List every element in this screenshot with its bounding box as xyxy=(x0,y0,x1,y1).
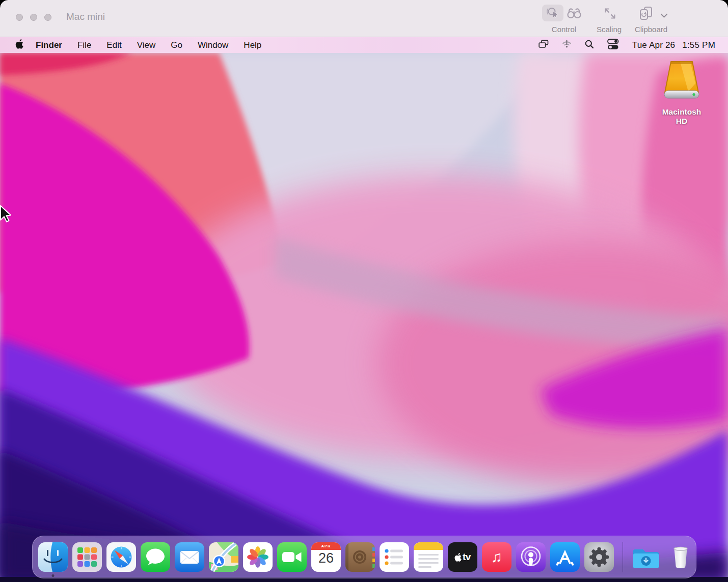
close-button[interactable] xyxy=(16,14,23,21)
menu-finder[interactable]: Finder xyxy=(36,40,62,50)
observe-mode-button[interactable] xyxy=(566,6,582,22)
dock-safari-icon[interactable] xyxy=(106,542,136,572)
spotlight-icon[interactable] xyxy=(585,40,594,51)
menu-edit[interactable]: Edit xyxy=(106,40,121,50)
scaling-arrows-icon xyxy=(603,13,617,22)
cursor-click-icon xyxy=(546,6,559,21)
dock: APR 26 xyxy=(32,536,696,578)
mouse-cursor xyxy=(0,204,15,227)
apple-logo-small-icon xyxy=(454,553,462,562)
menu-bar-date[interactable]: Tue Apr 26 xyxy=(632,40,676,50)
finder-running-indicator xyxy=(52,574,55,577)
dock-systempreferences-icon[interactable] xyxy=(584,542,614,572)
desktop-wallpaper xyxy=(0,53,728,582)
dock-notes-icon[interactable] xyxy=(414,542,443,572)
dock-appletv-icon[interactable]: tv xyxy=(448,542,477,572)
menu-help[interactable]: Help xyxy=(244,40,261,50)
dock-photos-icon[interactable] xyxy=(243,542,273,572)
wifi-alert-icon[interactable] xyxy=(562,40,572,50)
dock-maps-icon[interactable] xyxy=(209,542,238,572)
dock-calendar-icon[interactable]: APR 26 xyxy=(311,542,341,572)
music-note-icon: ♫ xyxy=(491,549,503,565)
calendar-day-label: 26 xyxy=(311,550,341,566)
volume-label: Macintosh HD xyxy=(659,107,704,126)
binoculars-icon xyxy=(566,13,582,21)
scaling-label: Scaling xyxy=(587,25,631,34)
menu-bar-time[interactable]: 1:55 PM xyxy=(682,40,715,50)
dock-reminders-icon[interactable] xyxy=(380,542,409,572)
displays-icon[interactable] xyxy=(538,40,549,50)
macintosh-hd-desktop-icon[interactable]: Macintosh HD xyxy=(659,60,704,126)
minimize-button[interactable] xyxy=(30,14,37,21)
dock-appstore-icon[interactable] xyxy=(550,542,580,572)
scaling-button[interactable] xyxy=(603,7,617,22)
tv-label: tv xyxy=(463,551,471,563)
clipboard-sync-icon xyxy=(638,14,654,23)
window-titlebar: Mac mini Control xyxy=(0,0,728,37)
dock-launchpad-icon[interactable] xyxy=(72,542,102,572)
dock-facetime-icon[interactable] xyxy=(277,542,307,572)
chevron-down-icon[interactable] xyxy=(660,11,668,20)
control-center-icon[interactable] xyxy=(607,39,619,52)
dock-downloads-folder-icon[interactable] xyxy=(632,542,661,572)
dock-contacts-icon[interactable] xyxy=(345,542,375,572)
dock-trash-icon[interactable] xyxy=(666,542,695,572)
hard-drive-icon xyxy=(662,98,702,106)
control-mode-button[interactable] xyxy=(542,5,563,21)
dock-finder-icon[interactable] xyxy=(38,542,68,572)
remote-desktop-screen: Mac mini Control xyxy=(0,0,728,582)
dock-music-icon[interactable]: ♫ xyxy=(482,542,511,572)
apple-menu[interactable] xyxy=(15,39,23,51)
dock-messages-icon[interactable] xyxy=(141,542,170,572)
menu-file[interactable]: File xyxy=(77,40,91,50)
calendar-month-label: APR xyxy=(311,544,341,548)
zoom-button[interactable] xyxy=(44,14,51,21)
dock-divider xyxy=(623,542,623,572)
clipboard-button[interactable] xyxy=(638,6,654,23)
menu-window[interactable]: Window xyxy=(198,40,228,50)
menu-view[interactable]: View xyxy=(137,40,156,50)
apple-logo-icon xyxy=(15,39,23,51)
control-label: Control xyxy=(540,25,588,34)
menu-bar: Finder File Edit View Go Window Help xyxy=(0,37,728,53)
clipboard-label: Clipboard xyxy=(629,25,673,34)
window-title: Mac mini xyxy=(66,11,105,22)
calendar-date: APR 26 xyxy=(311,542,341,572)
dock-mail-icon[interactable] xyxy=(175,542,204,572)
dock-podcasts-icon[interactable] xyxy=(516,542,546,572)
menu-go[interactable]: Go xyxy=(171,40,182,50)
